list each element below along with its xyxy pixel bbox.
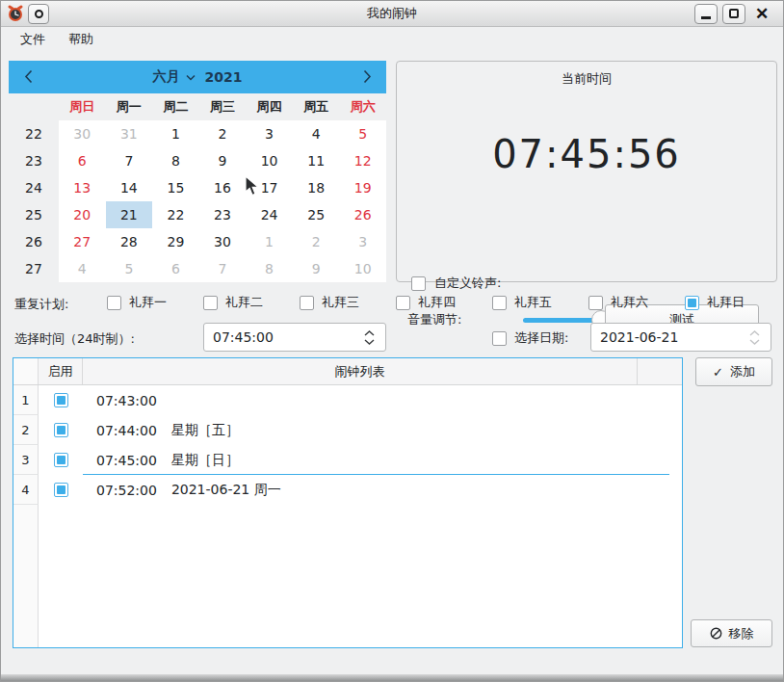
titlebar[interactable]: 我的闹钟 ✕ bbox=[1, 1, 783, 27]
weekday-label: 周一 bbox=[106, 98, 153, 116]
panel-title: 当前时间 bbox=[397, 70, 776, 88]
calendar-day[interactable]: 1 bbox=[152, 120, 199, 147]
calendar-day[interactable]: 19 bbox=[339, 174, 386, 201]
year-label[interactable]: 2021 bbox=[205, 69, 243, 85]
alarm-enable-cell[interactable] bbox=[39, 393, 83, 407]
calendar-day[interactable]: 9 bbox=[293, 255, 340, 282]
calendar-day[interactable]: 24 bbox=[246, 201, 293, 228]
calendar-day[interactable]: 2 bbox=[199, 120, 247, 147]
spin-up-icon[interactable] bbox=[749, 330, 760, 336]
alarm-enable-cell[interactable] bbox=[39, 453, 83, 467]
header-alarm-list[interactable]: 闹钟列表 bbox=[83, 358, 638, 384]
menu-file[interactable]: 文件 bbox=[11, 28, 55, 51]
repeat-day-checkbox-3[interactable]: 礼拜三 bbox=[300, 294, 359, 311]
calendar-day[interactable]: 15 bbox=[152, 174, 199, 201]
minimize-button[interactable] bbox=[694, 4, 718, 24]
close-button[interactable]: ✕ bbox=[750, 3, 773, 24]
calendar-day[interactable]: 7 bbox=[199, 255, 247, 282]
spin-up-icon[interactable] bbox=[364, 330, 375, 336]
calendar-day[interactable]: 10 bbox=[339, 255, 386, 282]
week-number: 24 bbox=[9, 174, 59, 201]
alarm-time: 07:43:00 bbox=[96, 393, 157, 408]
checkbox-icon bbox=[54, 483, 68, 497]
select-time-label: 选择时间（24时制）: bbox=[14, 330, 135, 348]
menu-help[interactable]: 帮助 bbox=[59, 28, 103, 51]
checkbox-icon bbox=[54, 423, 68, 437]
calendar-day[interactable]: 16 bbox=[199, 174, 247, 201]
calendar-day[interactable]: 18 bbox=[293, 174, 340, 201]
spin-down-icon[interactable] bbox=[749, 339, 760, 345]
date-spinbox[interactable]: 2021-06-21 bbox=[590, 323, 771, 352]
checkbox-icon bbox=[492, 296, 507, 310]
row-number: 3 bbox=[13, 445, 39, 475]
repeat-day-checkbox-1[interactable]: 礼拜一 bbox=[107, 294, 167, 311]
calendar-day[interactable]: 2 bbox=[293, 228, 340, 255]
calendar-day[interactable]: 1 bbox=[246, 228, 293, 255]
repeat-day-checkbox-5[interactable]: 礼拜五 bbox=[492, 294, 552, 311]
calendar-day[interactable]: 28 bbox=[106, 228, 153, 255]
calendar-day[interactable]: 3 bbox=[339, 228, 386, 255]
calendar-day[interactable]: 25 bbox=[293, 201, 340, 228]
repeat-day-label: 礼拜一 bbox=[129, 294, 167, 311]
repeat-day-checkbox-4[interactable]: 礼拜四 bbox=[396, 294, 456, 311]
time-spinbox[interactable]: 07:45:00 bbox=[203, 323, 386, 352]
alarm-row[interactable]: 4 07:52:00 2021-06-21 周一 bbox=[13, 475, 682, 505]
calendar-day[interactable]: 30 bbox=[199, 228, 247, 255]
week-number: 26 bbox=[9, 228, 59, 255]
prev-month-button[interactable] bbox=[9, 66, 47, 88]
alarm-desc: 星期［日］ bbox=[171, 452, 239, 469]
alarm-row[interactable]: 1 07:43:00 bbox=[13, 385, 682, 415]
header-stub bbox=[13, 358, 39, 384]
calendar-day[interactable]: 11 bbox=[293, 147, 340, 174]
calendar-day[interactable]: 30 bbox=[59, 120, 106, 147]
calendar-day[interactable]: 5 bbox=[106, 255, 153, 282]
alarm-row[interactable]: 2 07:44:00 星期［五］ bbox=[13, 415, 682, 445]
remove-button[interactable]: 移除 bbox=[691, 619, 772, 647]
alarm-row[interactable]: 3 07:45:00 星期［日］ bbox=[13, 445, 682, 475]
calendar-day[interactable]: 4 bbox=[59, 255, 106, 282]
slider-track bbox=[523, 318, 602, 323]
calendar-day[interactable]: 5 bbox=[339, 120, 386, 147]
repeat-day-checkbox-7[interactable]: 礼拜日 bbox=[685, 294, 745, 311]
calendar-day[interactable]: 12 bbox=[339, 147, 386, 174]
repeat-day-checkbox-6[interactable]: 礼拜六 bbox=[588, 294, 648, 311]
calendar-day[interactable]: 22 bbox=[152, 201, 199, 228]
next-month-button[interactable] bbox=[348, 66, 386, 88]
select-date-checkbox[interactable]: 选择日期: bbox=[492, 329, 568, 347]
add-button[interactable]: ✓ 添加 bbox=[695, 357, 772, 386]
repeat-schedule-row: 重复计划: 礼拜一 礼拜二 礼拜三 礼拜四 礼拜五 礼拜六 礼拜日 bbox=[1, 292, 783, 315]
calendar-day[interactable]: 29 bbox=[152, 228, 199, 255]
calendar-day[interactable]: 13 bbox=[59, 174, 106, 201]
maximize-icon bbox=[729, 9, 739, 18]
calendar-day[interactable]: 9 bbox=[199, 147, 247, 174]
repeat-day-label: 礼拜四 bbox=[418, 294, 456, 311]
chevron-left-icon bbox=[24, 69, 33, 84]
calendar-day[interactable]: 6 bbox=[152, 255, 199, 282]
custom-ringtone-checkbox[interactable]: 自定义铃声: bbox=[411, 275, 501, 292]
calendar-day[interactable]: 8 bbox=[246, 255, 293, 282]
calendar-day[interactable]: 8 bbox=[152, 147, 199, 174]
time-spinbox-value: 07:45:00 bbox=[213, 329, 274, 345]
month-dropdown[interactable]: 六月 bbox=[153, 68, 196, 86]
calendar-day[interactable]: 20 bbox=[59, 201, 106, 228]
spin-down-icon[interactable] bbox=[364, 339, 375, 345]
select-date-label: 选择日期: bbox=[514, 329, 568, 347]
calendar-day-selected[interactable]: 21 bbox=[106, 201, 153, 228]
alarm-text: 07:52:00 2021-06-21 周一 bbox=[83, 482, 682, 499]
calendar-day[interactable]: 3 bbox=[246, 120, 293, 147]
maximize-button[interactable] bbox=[722, 4, 745, 24]
alarm-enable-cell[interactable] bbox=[39, 423, 83, 437]
calendar-day[interactable]: 10 bbox=[246, 147, 293, 174]
alarm-enable-cell[interactable] bbox=[39, 483, 83, 497]
calendar-day[interactable]: 23 bbox=[199, 201, 247, 228]
calendar-day[interactable]: 4 bbox=[293, 120, 340, 147]
date-spinbox-value: 2021-06-21 bbox=[600, 329, 678, 345]
header-enable[interactable]: 启用 bbox=[39, 358, 83, 384]
calendar-day[interactable]: 31 bbox=[106, 120, 153, 147]
calendar-day[interactable]: 26 bbox=[339, 201, 386, 228]
repeat-day-checkbox-2[interactable]: 礼拜二 bbox=[203, 294, 263, 311]
calendar-day[interactable]: 6 bbox=[59, 147, 106, 174]
calendar-day[interactable]: 7 bbox=[106, 147, 153, 174]
calendar-day[interactable]: 14 bbox=[106, 174, 153, 201]
calendar-day[interactable]: 27 bbox=[59, 228, 106, 255]
